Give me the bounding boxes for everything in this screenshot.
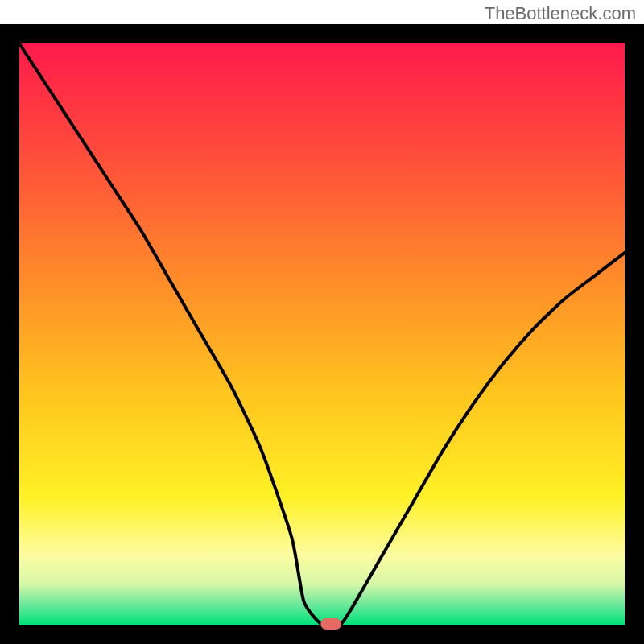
- optimal-marker: [320, 618, 341, 630]
- watermark-text: TheBottleneck.com: [485, 3, 636, 24]
- chart-background: [19, 43, 625, 625]
- chart-svg: [0, 0, 644, 644]
- bottleneck-chart: TheBottleneck.com: [0, 0, 644, 644]
